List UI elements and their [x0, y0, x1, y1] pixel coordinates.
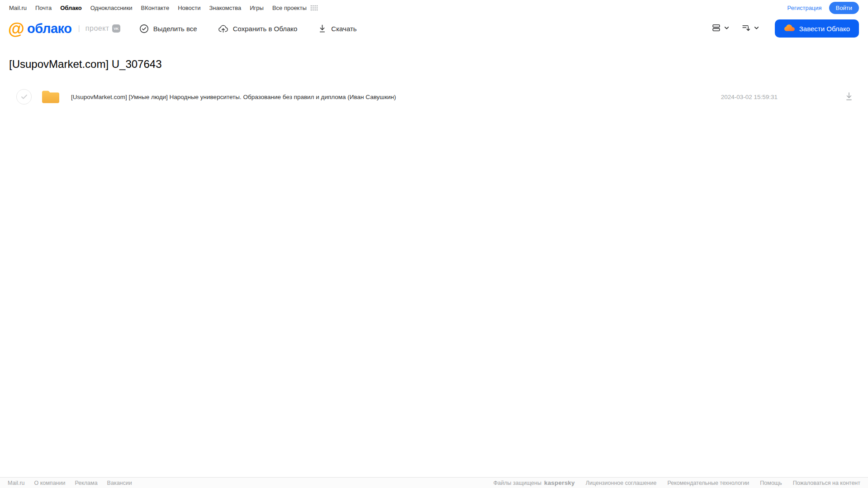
get-cloud-button[interactable]: Завести Облако: [775, 19, 859, 38]
cloud-header: @ облако | проект vk Выделить все Сохран…: [0, 15, 868, 42]
sort-selector[interactable]: [741, 23, 759, 34]
download-icon: [318, 24, 327, 33]
footer-link-jobs[interactable]: Вакансии: [107, 480, 132, 486]
footer-left-links: Mail.ru О компании Реклама Вакансии: [8, 480, 132, 486]
chevron-down-icon: [724, 25, 730, 32]
nav-item-oblako[interactable]: Облако: [60, 5, 82, 11]
footer-right-links: Файлы защищены kaspersky Лицензионное со…: [493, 479, 860, 486]
footer-link-ads[interactable]: Реклама: [75, 480, 97, 486]
file-name: [UsupovMarket.com] [Умные люди] Народные…: [71, 94, 721, 100]
nav-item-odnoklassniki[interactable]: Одноклассники: [90, 5, 133, 11]
file-date: 2024-03-02 15:59:31: [721, 94, 778, 100]
save-to-cloud-button[interactable]: Сохранить в Облако: [218, 24, 298, 33]
cloud-logo-text: облако: [27, 21, 71, 36]
check-icon: [21, 94, 28, 99]
page-title: [UsupovMarket.com] U_307643: [9, 58, 859, 71]
footer-link-about[interactable]: О компании: [34, 480, 66, 486]
actions-toolbar: Выделить все Сохранить в Облако Скачать: [139, 24, 357, 33]
registration-link[interactable]: Регистрация: [787, 5, 822, 11]
page-footer: Mail.ru О компании Реклама Вакансии Файл…: [0, 477, 868, 488]
footer-link-recommendation-tech[interactable]: Рекомендательные технологии: [667, 480, 749, 486]
login-button[interactable]: Войти: [829, 2, 859, 14]
nav-item-pochta[interactable]: Почта: [35, 5, 52, 11]
logo-divider: |: [78, 24, 80, 33]
footer-link-help[interactable]: Помощь: [760, 480, 782, 486]
mailru-at-icon: @: [8, 20, 24, 37]
nav-item-igry[interactable]: Игры: [250, 5, 264, 11]
footer-link-license[interactable]: Лицензионное соглашение: [586, 480, 657, 486]
view-mode-selector[interactable]: [711, 23, 730, 34]
kaspersky-protection: Файлы защищены kaspersky: [493, 479, 575, 486]
check-circle-icon: [139, 24, 149, 33]
cloud-icon: [784, 24, 795, 33]
cloud-upload-icon: [218, 24, 228, 33]
portal-navbar: Mail.ru Почта Облако Одноклассники ВКонт…: [0, 0, 868, 15]
sort-icon: [741, 23, 751, 34]
vk-project-tag: | проект vk: [78, 24, 120, 33]
nav-item-znakomstva[interactable]: Знакомства: [209, 5, 241, 11]
file-row[interactable]: [UsupovMarket.com] [Умные люди] Народные…: [9, 85, 859, 109]
select-all-label: Выделить все: [153, 25, 197, 33]
folder-icon: [40, 88, 61, 105]
nav-item-mailru[interactable]: Mail.ru: [9, 5, 27, 11]
project-label: проект: [85, 24, 109, 33]
nav-item-novosti[interactable]: Новости: [178, 5, 200, 11]
main-content: [UsupovMarket.com] U_307643: [0, 42, 868, 477]
kaspersky-logo[interactable]: kaspersky: [544, 479, 575, 486]
chevron-down-icon: [754, 25, 759, 32]
apps-grid-icon[interactable]: [310, 5, 318, 11]
vk-badge-icon: vk: [112, 24, 120, 33]
row-download-button[interactable]: [844, 91, 854, 102]
header-right-controls: Завести Облако: [711, 19, 859, 38]
download-icon: [844, 91, 854, 102]
portal-nav-auth: Регистрация Войти: [787, 2, 859, 14]
select-all-button[interactable]: Выделить все: [139, 24, 197, 33]
cloud-logo[interactable]: @ облако: [8, 20, 71, 37]
row-checkbox[interactable]: [16, 89, 32, 104]
download-button[interactable]: Скачать: [318, 24, 356, 33]
nav-item-vkontakte[interactable]: ВКонтакте: [141, 5, 170, 11]
get-cloud-label: Завести Облако: [799, 25, 850, 33]
footer-link-mailru[interactable]: Mail.ru: [8, 480, 25, 486]
save-to-cloud-label: Сохранить в Облако: [233, 25, 298, 33]
footer-link-report-content[interactable]: Пожаловаться на контент: [793, 480, 860, 486]
list-view-icon: [711, 23, 721, 34]
file-list: [UsupovMarket.com] [Умные люди] Народные…: [9, 85, 859, 109]
download-label: Скачать: [331, 25, 356, 33]
nav-item-all-projects[interactable]: Все проекты: [272, 5, 307, 11]
protected-text: Файлы защищены: [493, 480, 541, 486]
portal-nav-links: Mail.ru Почта Облако Одноклассники ВКонт…: [9, 5, 318, 11]
